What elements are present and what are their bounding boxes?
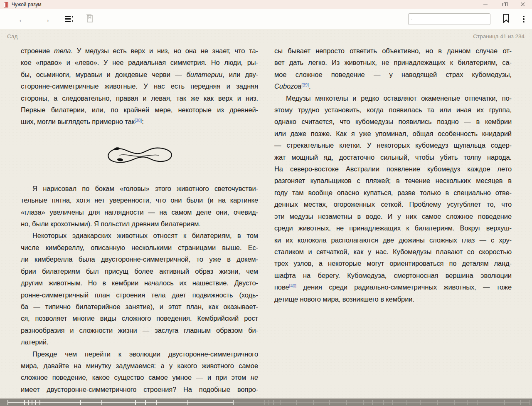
text-run: бы, осьминоги, муравьи и дождевые черви …	[21, 71, 187, 78]
text-run: строение	[21, 47, 54, 54]
text-run: брии билатериям был присущ более активны…	[21, 267, 258, 275]
text-run: кое «право» и «лево». У нее радиальная с…	[21, 59, 258, 66]
minimize-button[interactable]	[476, 0, 495, 9]
progress-tick	[156, 400, 157, 405]
search-box[interactable]	[408, 13, 490, 25]
text-line: На северо-востоке Австралии появление ку…	[274, 163, 512, 175]
paragraph: Я нарисовал по бокам «головы» этого живо…	[21, 183, 258, 230]
progress-tick	[383, 400, 384, 405]
progress-tick	[35, 400, 36, 405]
text-line: тельные пятна, хотя нет уверенности, что…	[21, 194, 258, 206]
book-icon	[4, 2, 9, 7]
text-line: ли кимберелла была двусторонне-симметрич…	[21, 253, 258, 265]
text-line: мира, давайте на минутку задумаемся: а у…	[21, 360, 258, 371]
progress-tick	[296, 400, 297, 405]
progress-tick	[264, 400, 265, 405]
text-run: ронне-симметричный план строения тела да…	[21, 291, 258, 299]
restore-button[interactable]	[495, 0, 513, 9]
reading-area[interactable]: Сад Страница 41 из 234 строение тела. У …	[0, 29, 532, 399]
text-run: сталиком и сетчаткой, как у нас. Кубомед…	[274, 248, 512, 255]
text-line: сталиком и сетчаткой, как у нас. Кубомед…	[274, 246, 512, 257]
text-line: Я нарисовал по бокам «головы» этого живо…	[21, 183, 258, 194]
text-run-italic: Cubozoa	[274, 82, 301, 90]
text-line: сторонне-симметричные животные. У нас ес…	[21, 80, 258, 92]
toolbar: ← →	[0, 9, 532, 29]
text-run: денных местах, огороженных сеткой. Пробл…	[274, 201, 512, 208]
progress-tick	[406, 400, 407, 405]
back-button[interactable]: ←	[17, 15, 27, 24]
paragraph: Некоторых эдиакарских животных относят к…	[21, 230, 258, 348]
restore-window-icon	[502, 3, 506, 6]
progress-tick	[80, 400, 81, 405]
text-run: Первые билатерии, или, по крайней мере, …	[21, 106, 258, 114]
text-run: Прежде чем перейти к эволюции двусторонн…	[32, 350, 258, 358]
progress-tick	[313, 400, 314, 405]
progress-tick	[467, 400, 468, 405]
page-header: Сад Страница 41 из 234	[0, 29, 532, 40]
text-line: — стрекательные клетки. У некоторых кубо…	[274, 139, 512, 151]
text-line: однако считается, что кубомедузы появили…	[274, 116, 512, 127]
text-run: трех узлов, а некоторые могут ориентиров…	[274, 260, 512, 267]
text-line: пове[40] дения среди радиально-симметрич…	[274, 281, 512, 293]
forward-button[interactable]: →	[41, 15, 51, 24]
search-input[interactable]	[414, 14, 488, 25]
page-status: Страница 41 из 234	[473, 33, 525, 40]
text-run-italic: билатерии	[187, 71, 223, 78]
progress-tick	[233, 400, 234, 405]
text-line: году там вообще опасно купаться, разве т…	[274, 187, 512, 198]
kebab-vertical-icon	[523, 16, 525, 17]
progress-tick	[24, 400, 25, 405]
window-controls	[476, 0, 532, 9]
text-line: ся, позволяет многие виды сложного повед…	[21, 312, 258, 324]
text-run: году там вообще опасно купаться, разве т…	[274, 189, 512, 196]
text-line: Прежде чем перейти к эволюции двусторонн…	[21, 348, 258, 360]
text-line: Некоторых эдиакарских животных относят к…	[21, 230, 258, 241]
text-run: разнообразия и сложности жизни — заслуга…	[21, 327, 258, 334]
book-column-left: строение тела. У медузы есть верх и низ,…	[21, 45, 258, 395]
text-run: другим животным. Но в кембрии началось и…	[21, 279, 258, 287]
progress-line-read	[7, 402, 233, 403]
text-line: детище нового мира, возникшего в кембрии…	[274, 293, 512, 305]
text-line: числе кимбереллу, описанную несколькими …	[21, 242, 258, 253]
text-run: пове	[274, 283, 289, 291]
text-line: ронне-симметричный план строения тела да…	[21, 289, 258, 301]
text-run: числе кимбереллу, описанную несколькими …	[21, 244, 258, 251]
text-line: ших, могли выглядеть примерно так[38]:	[21, 116, 258, 127]
text-line: Cubozoa[39].	[274, 80, 512, 92]
progress-tick	[346, 400, 347, 405]
footnote-ref[interactable]: [38]	[135, 118, 142, 123]
text-line: имеет двусторонне-симметричного строения…	[21, 384, 258, 395]
text-run: . У медузы есть верх и низ, но она не зн…	[71, 47, 258, 54]
early-bilaterian-figure	[102, 144, 177, 164]
text-run: или даже позже. Как я уже упоминал, обща…	[274, 130, 512, 137]
text-run: тельные пятна, хотя нет уверенности, что…	[21, 196, 258, 204]
saved-pages-button[interactable]	[85, 13, 94, 25]
footnote-ref[interactable]: [39]	[301, 82, 309, 87]
table-of-contents-button[interactable]	[65, 16, 73, 22]
text-run: ших, могли выглядеть примерно так	[21, 118, 135, 125]
text-columns: строение тела. У медузы есть верх и низ,…	[0, 40, 532, 395]
text-run: «глаза» увеличены для наглядности — на с…	[21, 208, 258, 216]
text-line: бы, осьминоги, муравьи и дождевые черви …	[21, 69, 258, 80]
bookmark-button[interactable]	[502, 13, 510, 25]
close-button[interactable]	[513, 0, 532, 9]
progress-line-unread	[233, 402, 530, 403]
text-run: На северо-востоке Австралии появление ку…	[274, 165, 512, 173]
text-run: шафта на берегу. Кубомедуза, смертоносна…	[274, 272, 512, 279]
footnote-ref[interactable]: [40]	[289, 283, 296, 288]
text-line: латерий.	[21, 336, 258, 348]
bookmark-pages-icon	[85, 13, 94, 23]
text-run: , или дву-	[222, 71, 258, 78]
text-line: вет дать легко. Из животных, не принадле…	[274, 57, 512, 68]
more-menu-button[interactable]	[523, 16, 525, 23]
reading-progress-bar[interactable]	[0, 399, 532, 406]
text-line: среди животных, не принадлежащих к билат…	[274, 222, 512, 234]
paragraph: Медузы мягкотелы и редко оставляют окаме…	[274, 92, 512, 305]
progress-tick	[101, 400, 102, 405]
minimize-icon	[483, 5, 488, 5]
text-run: сложное поведение, какое существо самое …	[21, 374, 251, 381]
progress-tick	[268, 400, 269, 405]
text-run: разгоняет купальщиков с пляжей; в течени…	[274, 177, 512, 184]
text-line: ба — типично билатерийное занятие), и эт…	[21, 301, 258, 312]
progress-tick	[437, 400, 438, 405]
